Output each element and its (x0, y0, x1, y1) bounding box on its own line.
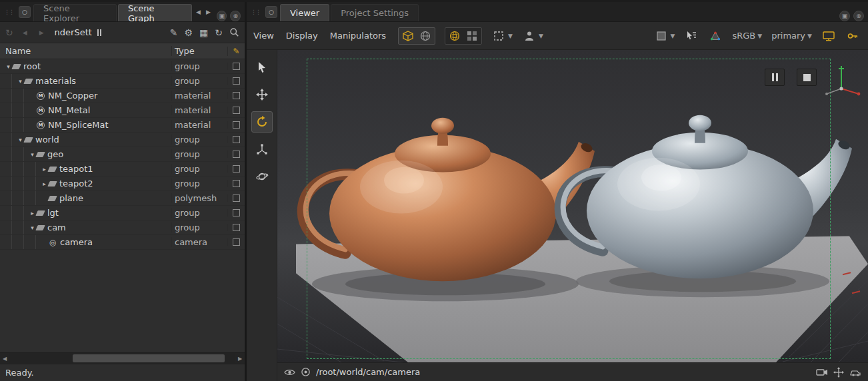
working-set-checkbox[interactable] (227, 136, 245, 143)
node-label[interactable]: camera (60, 237, 171, 247)
tab-scroll-right-icon[interactable]: ▶ (203, 9, 213, 15)
horizontal-scrollbar[interactable]: ◀ ▶ (0, 352, 245, 364)
working-set-checkbox[interactable] (227, 63, 245, 70)
rotate-tool-button[interactable] (251, 111, 273, 133)
proxy-grid-icon[interactable] (465, 29, 479, 43)
scroll-left-icon[interactable]: ◀ (0, 356, 9, 362)
tree-row[interactable]: ▾ materials group (0, 74, 245, 89)
panel-menu-icon[interactable]: ○ (265, 6, 277, 18)
camera-path-text[interactable]: /root/world/cam/camera (316, 367, 420, 377)
eye-icon[interactable] (284, 368, 295, 377)
node-name-field[interactable]: nderSett (55, 27, 101, 37)
node-label[interactable]: root (23, 61, 171, 71)
working-set-checkbox[interactable] (227, 238, 245, 246)
search-icon[interactable] (229, 27, 239, 37)
render-flags-icon[interactable]: ▦ (199, 28, 208, 37)
tab-scene-explorer[interactable]: Scene Explorer (33, 4, 117, 21)
key-button[interactable] (845, 29, 860, 43)
panel-menu-icon[interactable]: ○ (19, 6, 31, 18)
working-set-checkbox[interactable] (227, 107, 245, 114)
tree-row[interactable]: M NM_Metal material (0, 103, 245, 118)
camera-person-dropdown[interactable]: ▼ (522, 29, 543, 43)
tree-row[interactable]: ▾ world group (0, 133, 245, 147)
node-label[interactable]: NM_SpliceMat (48, 120, 171, 130)
pause-button[interactable] (765, 69, 785, 86)
render-icon[interactable] (849, 368, 861, 377)
viewport-3d[interactable] (277, 50, 868, 362)
working-set-checkbox[interactable] (227, 92, 245, 99)
panel-drag-grip[interactable]: ⋮⋮ (1, 9, 16, 15)
working-set-checkbox[interactable] (227, 121, 245, 129)
tree-row[interactable]: ▸ teapot2 group (0, 177, 245, 191)
axis-gizmo[interactable] (815, 61, 865, 103)
tree-row[interactable]: ▸ teapot1 group (0, 162, 245, 177)
working-set-checkbox[interactable] (227, 224, 245, 231)
color-gamut-button[interactable] (708, 29, 723, 43)
node-label[interactable]: NM_Copper (48, 91, 171, 101)
globe-texture-icon[interactable] (418, 29, 433, 43)
scale-tool-button[interactable] (251, 139, 273, 160)
node-label[interactable]: teapot2 (59, 179, 171, 189)
pan-move-icon[interactable] (833, 367, 844, 378)
working-set-checkbox[interactable] (227, 151, 245, 158)
render-camera-icon[interactable] (816, 368, 828, 377)
working-set-checkbox[interactable] (227, 194, 245, 202)
node-label[interactable]: cam (47, 222, 171, 232)
pointer-options-button[interactable] (684, 29, 699, 43)
tree-row[interactable]: M NM_Copper material (0, 89, 245, 103)
working-set-checkbox[interactable] (227, 77, 245, 85)
panel-maximize-icon[interactable]: ▣ (217, 11, 227, 21)
background-mode-dropdown[interactable]: ▼ (654, 29, 675, 43)
select-tool-button[interactable] (251, 57, 273, 78)
panel-drag-grip[interactable]: ⋮⋮ (248, 9, 263, 15)
colorspace-dropdown[interactable]: sRGB ▼ (732, 31, 762, 41)
node-label[interactable]: plane (59, 193, 171, 203)
tab-viewer[interactable]: Viewer (280, 4, 329, 21)
edit-pencil-icon[interactable]: ✎ (170, 28, 178, 37)
refresh-icon[interactable]: ↻ (215, 28, 223, 37)
node-label[interactable]: materials (35, 76, 171, 86)
monitor-button[interactable] (821, 29, 836, 43)
stop-button[interactable] (797, 69, 817, 86)
liveness-spinner-icon[interactable]: ↻ (5, 28, 13, 37)
marquee-select-dropdown[interactable]: ▼ (491, 29, 513, 43)
scrollbar-thumb[interactable] (73, 354, 225, 362)
tree-row[interactable]: M NM_SpliceMat material (0, 118, 245, 133)
working-set-checkbox[interactable] (227, 209, 245, 216)
node-label[interactable]: world (35, 135, 171, 145)
cube-shaded-icon[interactable] (401, 29, 415, 43)
tree-row[interactable]: ▾ root group (0, 59, 245, 74)
menu-display[interactable]: Display (286, 31, 318, 41)
orbit-tool-button[interactable] (251, 166, 273, 187)
menu-view[interactable]: View (253, 31, 274, 41)
view-pass-dropdown[interactable]: primary ▼ (771, 31, 812, 41)
camera-target-icon[interactable] (301, 367, 311, 377)
tab-scroll-left-icon[interactable]: ◀ (193, 9, 203, 15)
tree-row[interactable]: ▾ cam group (0, 220, 245, 235)
panel-close-icon[interactable]: ⊗ (853, 11, 864, 21)
working-set-checkbox[interactable] (227, 165, 245, 173)
tab-project-settings[interactable]: Project Settings (331, 4, 419, 21)
history-back-icon[interactable]: ◀ (20, 29, 30, 36)
tab-scene-graph[interactable]: Scene Graph (118, 4, 192, 21)
tree-row[interactable]: ▾ geo group (0, 147, 245, 162)
node-label[interactable]: teapot1 (59, 164, 171, 174)
scrollbar-track[interactable] (9, 353, 235, 364)
tree-row[interactable]: ◎ camera camera (0, 235, 245, 250)
tree-row[interactable]: ▸ lgt group (0, 206, 245, 220)
settings-gear-icon[interactable]: ⚙ (184, 28, 193, 37)
wireframe-sphere-icon[interactable] (447, 29, 462, 43)
scroll-right-icon[interactable]: ▶ (235, 356, 245, 362)
history-forward-icon[interactable]: ▶ (37, 29, 47, 36)
working-set-column-header[interactable]: ✎ (227, 47, 245, 56)
pause-icon[interactable] (97, 29, 101, 36)
panel-close-icon[interactable]: ⊗ (230, 11, 241, 21)
node-label[interactable]: geo (47, 149, 171, 159)
panel-maximize-icon[interactable]: ▣ (839, 11, 850, 21)
node-label[interactable]: lgt (47, 208, 171, 218)
node-label[interactable]: NM_Metal (48, 105, 171, 115)
working-set-checkbox[interactable] (227, 180, 245, 187)
translate-tool-button[interactable] (251, 84, 273, 105)
type-column-header[interactable]: Type (171, 46, 227, 56)
menu-manipulators[interactable]: Manipulators (330, 31, 386, 41)
